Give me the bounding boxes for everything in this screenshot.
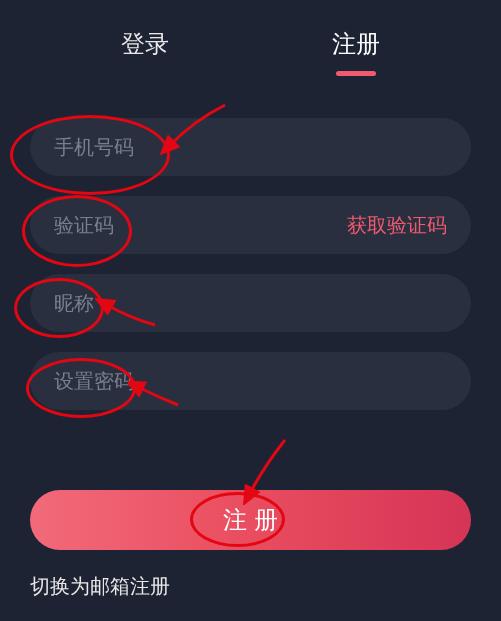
- register-button[interactable]: 注 册: [30, 490, 471, 550]
- tab-register[interactable]: 注册: [312, 20, 400, 68]
- nickname-input[interactable]: [54, 292, 447, 315]
- phone-input[interactable]: [54, 136, 447, 159]
- nickname-input-wrap: [30, 274, 471, 332]
- code-input[interactable]: [54, 214, 347, 237]
- tab-login[interactable]: 登录: [101, 20, 189, 68]
- code-input-wrap: 获取验证码: [30, 196, 471, 254]
- register-form: 获取验证码: [0, 78, 501, 440]
- password-input-wrap: [30, 352, 471, 410]
- phone-input-wrap: [30, 118, 471, 176]
- get-code-button[interactable]: 获取验证码: [347, 212, 447, 239]
- switch-email-register-link[interactable]: 切换为邮箱注册: [0, 565, 501, 608]
- password-input[interactable]: [54, 370, 447, 393]
